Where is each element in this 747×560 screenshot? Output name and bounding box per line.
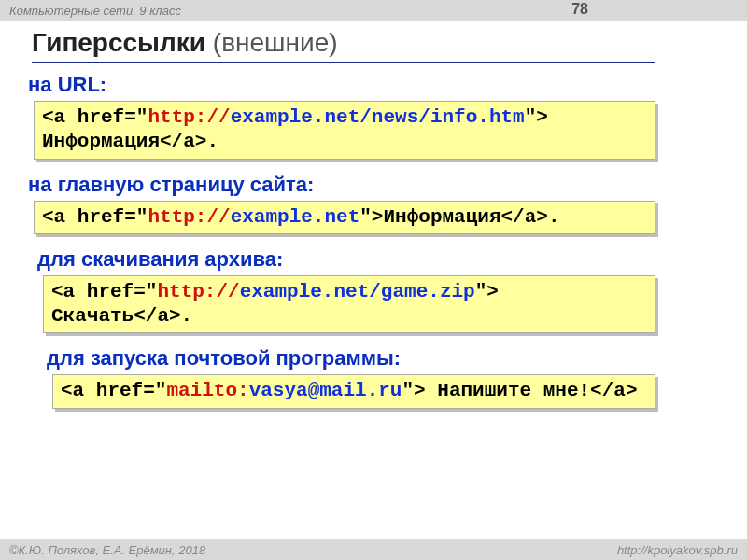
header-text: Компьютерные сети, 9 класс: [9, 4, 181, 18]
title-rest: (внешние): [205, 28, 337, 57]
title-bold: Гиперссылки: [32, 28, 205, 57]
code-block-2: <a href="http://example.net/game.zip"> С…: [43, 275, 655, 334]
footer-left-text: К.Ю. Поляков, Е.А. Ерёмин, 2018: [19, 543, 206, 557]
section-label-0: на URL:: [28, 73, 721, 97]
code-block-1: <a href="http://example.net">Информация<…: [34, 201, 655, 234]
slide-content: Гиперссылки (внешние) на URL: <a href="h…: [0, 21, 747, 409]
section-label-1: на главную страницу сайта:: [28, 173, 721, 197]
footer-copyright: ©К.Ю. Поляков, Е.А. Ерёмин, 2018: [9, 543, 205, 557]
page-number: 78: [571, 1, 588, 18]
code-block-0: <a href="http://example.net/news/info.ht…: [34, 101, 655, 160]
section-label-2: для скачивания архива:: [37, 247, 721, 272]
code-block-3: <a href="mailto:vasya@mail.ru"> Напишите…: [52, 374, 655, 408]
slide-header: Компьютерные сети, 9 класс 78: [0, 0, 747, 21]
slide-footer: ©К.Ю. Поляков, Е.А. Ерёмин, 2018 http://…: [0, 539, 747, 560]
section-label-3: для запуска почтовой программы:: [47, 346, 721, 371]
footer-url: http://kpolyakov.spb.ru: [617, 543, 738, 557]
slide-title: Гиперссылки (внешние): [32, 28, 655, 63]
